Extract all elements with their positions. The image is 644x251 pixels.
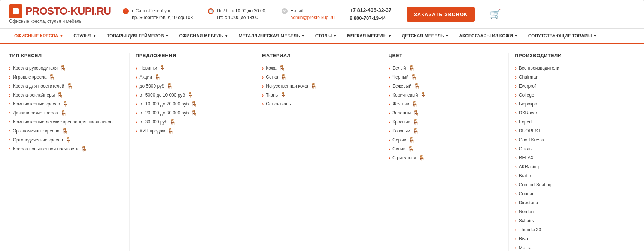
list-item[interactable]: Riva: [515, 234, 629, 243]
nav-arrow: ▼: [93, 34, 96, 38]
list-item[interactable]: С рисунком 🪑: [388, 153, 502, 162]
nav-item-office[interactable]: ОФИСНАЯ МЕБЕЛЬ ▼: [174, 29, 233, 43]
nav-item-metal[interactable]: МЕТАЛЛИЧЕСКАЯ МЕБЕЛЬ ▼: [233, 29, 310, 43]
navigation-bar: ОФИСНЫЕ КРЕСЛА ▼ СТУЛЬЯ ▼ ТОВАРЫ ДЛЯ ГЕЙ…: [0, 29, 644, 44]
col1-title: ТИП КРЕСЕЛ: [9, 53, 123, 58]
clock-icon: 🕐: [208, 8, 214, 14]
list-item[interactable]: DUOREST: [515, 126, 629, 135]
list-item-chairman[interactable]: Chairman: [515, 73, 629, 82]
nav-item-tables[interactable]: СТОЛЫ ▼: [310, 29, 342, 43]
list-item[interactable]: Бежевый 🪑: [388, 82, 502, 91]
phone2[interactable]: 8 800-707-13-44: [350, 15, 392, 22]
col-color: ЦВЕТ Белый 🪑 Черный 🪑 Бежевый 🪑 Коричнев…: [382, 53, 509, 251]
list-item[interactable]: Эргономичные кресла 🪑: [9, 126, 123, 135]
list-item[interactable]: Дизайнерские кресла 🪑: [9, 108, 123, 117]
list-item[interactable]: от 20 000 до 30 000 руб 🪑: [136, 108, 250, 117]
list-item[interactable]: Розовый 🪑: [388, 126, 502, 135]
list-item[interactable]: Кресла-реклайнеры 🪑: [9, 91, 123, 100]
list-item[interactable]: Brabix: [515, 171, 629, 180]
list-item[interactable]: Коричневый 🪑: [388, 91, 502, 100]
header: PROSTO-KUPI.RU Офисные кресла, стулья и …: [0, 0, 644, 29]
list-item-comfort-seating[interactable]: Comfort Seating: [515, 180, 629, 189]
list-item[interactable]: ThunderX3: [515, 225, 629, 234]
logo-subtitle: Офисные кресла, стулья и мебель: [9, 19, 111, 24]
list-item[interactable]: Искусственная кожа 🪑: [262, 82, 376, 91]
nav-arrow: ▼: [225, 34, 228, 38]
nav-arrow: ▼: [445, 34, 449, 38]
nav-arrow: ▼: [593, 34, 597, 38]
list-item[interactable]: Schairs: [515, 216, 629, 225]
col-offers: ПРЕДЛОЖЕНИЯ Новинки 🪑 Акции 🪑 до 5000 ру…: [130, 53, 256, 251]
list-item[interactable]: Красный 🪑: [388, 117, 502, 126]
list-item[interactable]: Белый 🪑: [388, 64, 502, 73]
nav-item-armchairs[interactable]: ОФИСНЫЕ КРЕСЛА ▼: [9, 29, 68, 43]
logo-text[interactable]: PROSTO-KUPI.RU: [25, 5, 111, 17]
list-item[interactable]: AKRacing: [515, 162, 629, 171]
list-item[interactable]: Сетка/ткань: [262, 100, 376, 108]
email-block: ✉ E-mail: admin@prosto-kupi.ru: [282, 7, 335, 21]
list-item[interactable]: Ортопедические кресла 🪑: [9, 135, 123, 144]
list-item[interactable]: Everprof: [515, 82, 629, 91]
nav-arrow: ▼: [514, 34, 518, 38]
list-item[interactable]: Черный 🪑: [388, 73, 502, 82]
nav-item-kids[interactable]: ДЕТСКАЯ МЕБЕЛЬ ▼: [397, 29, 454, 43]
hours-block: 🕐 Пн-Чт: с 10:00 до 20:00; Пт: с 10:00 д…: [208, 7, 266, 21]
nav-arrow: ▼: [301, 34, 305, 38]
list-item[interactable]: Кресла руководителя 🪑: [9, 64, 123, 73]
svg-rect-0: [13, 8, 19, 14]
list-item-cougar[interactable]: Cougar: [515, 189, 629, 198]
header-info: 📍 г. Санкт-Петербург, пр. Энергетиков, д…: [123, 6, 635, 22]
list-item[interactable]: Новинки 🪑: [136, 64, 250, 73]
list-item[interactable]: Norden: [515, 207, 629, 216]
list-item[interactable]: от 30 000 руб 🪑: [136, 117, 250, 126]
list-item[interactable]: College: [515, 91, 629, 100]
nav-item-chairs[interactable]: СТУЛЬЯ ▼: [68, 29, 101, 43]
nav-arrow: ▼: [333, 34, 337, 38]
list-item[interactable]: Стиль: [515, 144, 629, 153]
list-item[interactable]: Кресла повышенной прочности 🪑: [9, 144, 123, 153]
list-item[interactable]: Серый 🪑: [388, 135, 502, 144]
order-call-button[interactable]: ЗАКАЗАТЬ ЗВОНОК: [407, 7, 475, 22]
list-item[interactable]: Все производители: [515, 64, 629, 73]
list-item[interactable]: от 5000 до 10 000 руб 🪑: [136, 91, 250, 100]
list-item[interactable]: Желтый 🪑: [388, 100, 502, 108]
location-icon: 📍: [123, 8, 129, 14]
list-item[interactable]: Ткань 🪑: [262, 91, 376, 100]
list-item[interactable]: Good Kresla: [515, 135, 629, 144]
cart-icon[interactable]: 🛒: [490, 9, 501, 19]
list-item[interactable]: Синий 🪑: [388, 144, 502, 153]
list-item[interactable]: RELAX: [515, 153, 629, 162]
nav-item-accessories[interactable]: СОПУТСТВУЮЩИЕ ТОВАРЫ ▼: [523, 29, 602, 43]
list-item[interactable]: Expert: [515, 117, 629, 126]
col-manufacturers: ПРОИЗВОДИТЕЛИ Все производители Chairman…: [509, 53, 635, 251]
address-text: г. Санкт-Петербург, пр. Энергетиков, д.1…: [132, 7, 193, 21]
list-item[interactable]: Метта: [515, 243, 629, 251]
list-item[interactable]: Кресла для посетителей 🪑: [9, 82, 123, 91]
nav-arrow: ▼: [388, 34, 391, 38]
logo-icon: [9, 4, 22, 18]
list-item[interactable]: Directoria: [515, 198, 629, 207]
nav-item-gaming[interactable]: ТОВАРЫ ДЛЯ ГЕЙМЕРОВ ▼: [101, 29, 174, 43]
list-item[interactable]: Компьютерные кресла 🪑: [9, 100, 123, 108]
phone1[interactable]: +7 812-408-32-37: [350, 6, 392, 14]
list-item[interactable]: Сетка 🪑: [262, 73, 376, 82]
list-item[interactable]: ХИТ продаж 🪑: [136, 126, 250, 135]
list-item[interactable]: Игровые кресла 🪑: [9, 73, 123, 82]
list-item[interactable]: от 10 000 до 20 000 руб 🪑: [136, 100, 250, 108]
list-item[interactable]: Компьютерные детские кресла для школьник…: [9, 117, 123, 126]
nav-arrow: ▼: [60, 34, 63, 38]
list-item[interactable]: Бюрократ: [515, 100, 629, 108]
nav-item-soft[interactable]: МЯГКАЯ МЕБЕЛЬ ▼: [342, 29, 397, 43]
list-item[interactable]: Акции 🪑: [136, 73, 250, 82]
hours-text: Пн-Чт: с 10:00 до 20:00; Пт: с 10:00 до …: [217, 7, 266, 21]
dropdown-panel: ТИП КРЕСЕЛ Кресла руководителя 🪑 Игровые…: [0, 44, 644, 251]
col3-title: МАТЕРИАЛ: [262, 53, 376, 58]
list-item[interactable]: до 5000 руб 🪑: [136, 82, 250, 91]
nav-arrow: ▼: [165, 34, 169, 38]
col-type: ТИП КРЕСЕЛ Кресла руководителя 🪑 Игровые…: [9, 53, 130, 251]
nav-item-leather[interactable]: АКСЕССУАРЫ ИЗ КОЖИ ▼: [454, 29, 523, 43]
list-item[interactable]: Кожа 🪑: [262, 64, 376, 73]
list-item[interactable]: DXRacer: [515, 108, 629, 117]
list-item[interactable]: Зеленый 🪑: [388, 108, 502, 117]
col5-title: ПРОИЗВОДИТЕЛИ: [515, 53, 629, 58]
